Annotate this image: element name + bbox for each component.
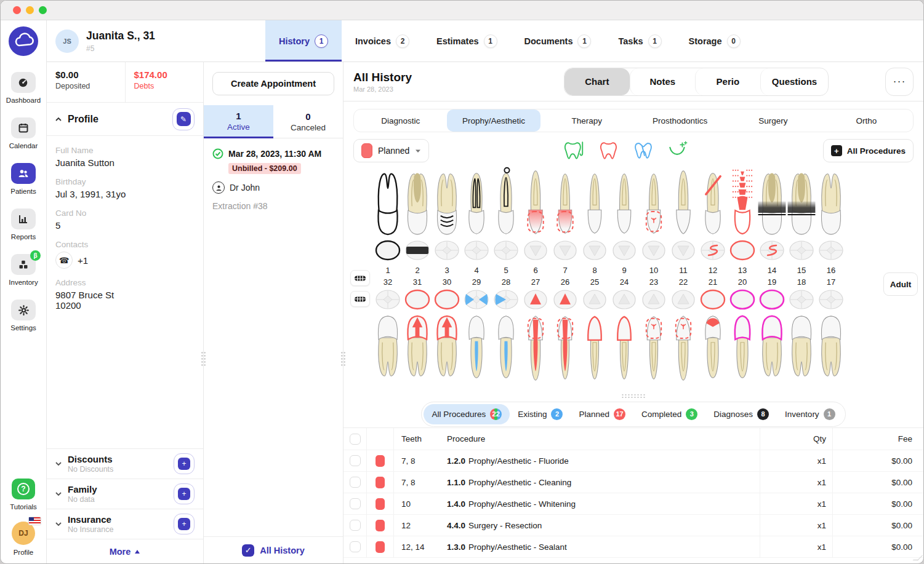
tooth-col-1-32[interactable]: 132 bbox=[373, 167, 403, 392]
close-button[interactable] bbox=[13, 6, 21, 14]
tooth-19-facial[interactable] bbox=[757, 312, 787, 386]
tooth-blue-icon[interactable] bbox=[632, 139, 655, 162]
tooth-22-occlusal[interactable] bbox=[670, 289, 697, 312]
tooth-4-facial[interactable] bbox=[462, 167, 491, 240]
view-segment-chart[interactable]: Chart bbox=[564, 68, 630, 95]
category-tab-therapy[interactable]: Therapy bbox=[540, 109, 633, 132]
category-tab-prosthodontics[interactable]: Prosthodontics bbox=[633, 109, 726, 132]
add-family-button[interactable]: + bbox=[174, 483, 195, 504]
appointment-card[interactable]: Mar 28, 2023, 11:30 AM Unbilled - $209.0… bbox=[204, 138, 343, 221]
row-checkbox[interactable] bbox=[350, 477, 361, 488]
tooth-8-facial[interactable] bbox=[580, 167, 609, 240]
tooth-col-9-24[interactable]: 924 bbox=[609, 167, 639, 392]
tooth-26-occlusal[interactable] bbox=[552, 289, 579, 312]
tooth-col-4-29[interactable]: 429 bbox=[462, 167, 491, 392]
view-segment-perio[interactable]: Perio bbox=[695, 68, 760, 95]
table-row[interactable]: 124.4.0Surgery - Resectionx1$0.00 bbox=[343, 515, 923, 536]
more-options-button[interactable]: ··· bbox=[885, 68, 914, 96]
tooth-21-occlusal[interactable] bbox=[699, 289, 726, 312]
tooth-13-occlusal[interactable] bbox=[729, 240, 756, 263]
tooth-20-occlusal[interactable] bbox=[729, 289, 756, 312]
table-row[interactable]: 12, 141.3.0Prophy/Aesthetic - Sealantx1$… bbox=[343, 536, 923, 558]
status-filter-dropdown[interactable]: Planned bbox=[353, 139, 429, 162]
tooth-col-3-30[interactable]: 330 bbox=[432, 167, 462, 392]
tab-estimates[interactable]: Estimates1 bbox=[423, 20, 511, 62]
tooth-15-facial[interactable] bbox=[787, 167, 816, 240]
tooth-30-facial[interactable] bbox=[432, 312, 462, 386]
tooth-7-occlusal[interactable] bbox=[552, 240, 579, 263]
sidebar-item-tutorials[interactable]: ? Tutorials bbox=[10, 479, 37, 510]
tooth-26-facial[interactable] bbox=[550, 312, 580, 386]
view-segment-notes[interactable]: Notes bbox=[630, 68, 695, 95]
sidebar-item-inventory[interactable]: βInventory bbox=[9, 254, 38, 286]
procedures-tab-all-procedures[interactable]: All Procedures22 bbox=[424, 404, 510, 424]
procedures-tab-diagnoses[interactable]: Diagnoses8 bbox=[705, 404, 777, 424]
tooth-6-occlusal[interactable] bbox=[522, 240, 549, 263]
tooth-col-11-22[interactable]: 1122 bbox=[669, 167, 698, 392]
tooth-2-facial[interactable] bbox=[403, 167, 432, 240]
phone-icon[interactable]: ☎ bbox=[55, 252, 73, 269]
tab-documents[interactable]: Documents1 bbox=[511, 20, 605, 62]
appointments-tab-canceled[interactable]: 0Canceled bbox=[273, 105, 343, 138]
tooth-col-12-21[interactable]: 1221 bbox=[698, 167, 728, 392]
appointments-tab-active[interactable]: 1Active bbox=[204, 105, 273, 138]
panel-resize-handle[interactable] bbox=[340, 351, 346, 366]
row-checkbox[interactable] bbox=[350, 498, 361, 509]
edit-profile-button[interactable]: ✎ bbox=[172, 108, 195, 130]
tooth-20-facial[interactable] bbox=[728, 312, 757, 386]
section-insurance[interactable]: InsuranceNo Insurance+ bbox=[47, 509, 203, 539]
sidebar-item-profile[interactable]: DJ Profile bbox=[12, 522, 35, 556]
tooth-25-facial[interactable] bbox=[580, 312, 609, 386]
tooth-23-facial[interactable] bbox=[639, 312, 669, 386]
category-tab-surgery[interactable]: Surgery bbox=[726, 109, 819, 132]
tooth-31-facial[interactable] bbox=[403, 312, 432, 386]
category-tab-diagnostic[interactable]: Diagnostic bbox=[354, 109, 447, 132]
tooth-21-facial[interactable] bbox=[698, 312, 728, 386]
tab-tasks[interactable]: Tasks1 bbox=[605, 20, 675, 62]
tooth-22-facial[interactable] bbox=[669, 312, 698, 386]
tooth-15-occlusal[interactable] bbox=[788, 240, 815, 263]
tooth-col-6-27[interactable]: 627 bbox=[521, 167, 550, 392]
all-history-checkbox[interactable]: ✓ bbox=[242, 544, 254, 557]
view-segment-questions[interactable]: Questions bbox=[760, 68, 828, 95]
procedures-tab-existing[interactable]: Existing2 bbox=[510, 404, 571, 424]
all-history-toggle[interactable]: ✓ All History bbox=[204, 536, 343, 563]
tooth-col-14-19[interactable]: 1419 bbox=[757, 167, 787, 392]
table-row[interactable]: 7, 81.2.0Prophy/Aesthetic - Fluoridex1$0… bbox=[343, 450, 923, 472]
category-tab-ortho[interactable]: Ortho bbox=[820, 109, 913, 132]
tab-storage[interactable]: Storage0 bbox=[675, 20, 754, 62]
lower-jaw-toggle-button[interactable] bbox=[350, 291, 370, 307]
section-family[interactable]: FamilyNo data+ bbox=[47, 479, 203, 509]
smile-plus-icon[interactable] bbox=[666, 139, 689, 162]
chevron-up-icon[interactable] bbox=[55, 116, 62, 122]
tooth-col-8-25[interactable]: 825 bbox=[580, 167, 609, 392]
all-procedures-button[interactable]: + All Procedures bbox=[823, 139, 914, 162]
select-all-checkbox[interactable] bbox=[350, 434, 361, 445]
tooth-3-occlusal[interactable] bbox=[433, 240, 460, 263]
section-discounts[interactable]: DiscountsNo Discounts+ bbox=[47, 448, 203, 479]
tooth-23-occlusal[interactable] bbox=[640, 289, 667, 312]
tooth-16-facial[interactable] bbox=[816, 167, 846, 240]
sidebar-item-patients[interactable]: Patients bbox=[10, 163, 36, 195]
table-row[interactable]: 7, 81.1.0Prophy/Aesthetic - Cleaningx1$0… bbox=[343, 472, 923, 493]
tooth-col-5-28[interactable]: 528 bbox=[491, 167, 521, 392]
tooth-red-icon[interactable] bbox=[597, 139, 621, 162]
category-tab-prophy-aesthetic[interactable]: Prophy/Aesthetic bbox=[447, 109, 540, 132]
tooth-col-13-20[interactable]: 1320 bbox=[728, 167, 757, 392]
sidebar-item-settings[interactable]: Settings bbox=[10, 300, 36, 332]
tooth-col-10-23[interactable]: 1023 bbox=[639, 167, 669, 392]
more-button[interactable]: More bbox=[47, 539, 203, 563]
tooth-19-occlusal[interactable] bbox=[758, 289, 785, 312]
tooth-30-occlusal[interactable] bbox=[433, 289, 460, 312]
tooth-25-occlusal[interactable] bbox=[581, 289, 608, 312]
tooth-27-occlusal[interactable] bbox=[522, 289, 549, 312]
tooth-5-occlusal[interactable] bbox=[492, 240, 520, 263]
tooth-29-facial[interactable] bbox=[462, 312, 491, 386]
tooth-10-facial[interactable] bbox=[639, 167, 669, 240]
tooth-col-15-18[interactable]: 1518 bbox=[787, 167, 816, 392]
tooth-11-facial[interactable] bbox=[669, 167, 698, 240]
tooth-24-occlusal[interactable] bbox=[611, 289, 638, 312]
tooth-14-occlusal[interactable] bbox=[758, 240, 785, 263]
procedures-tab-planned[interactable]: Planned17 bbox=[571, 404, 633, 424]
sidebar-item-calendar[interactable]: Calendar bbox=[9, 117, 38, 149]
